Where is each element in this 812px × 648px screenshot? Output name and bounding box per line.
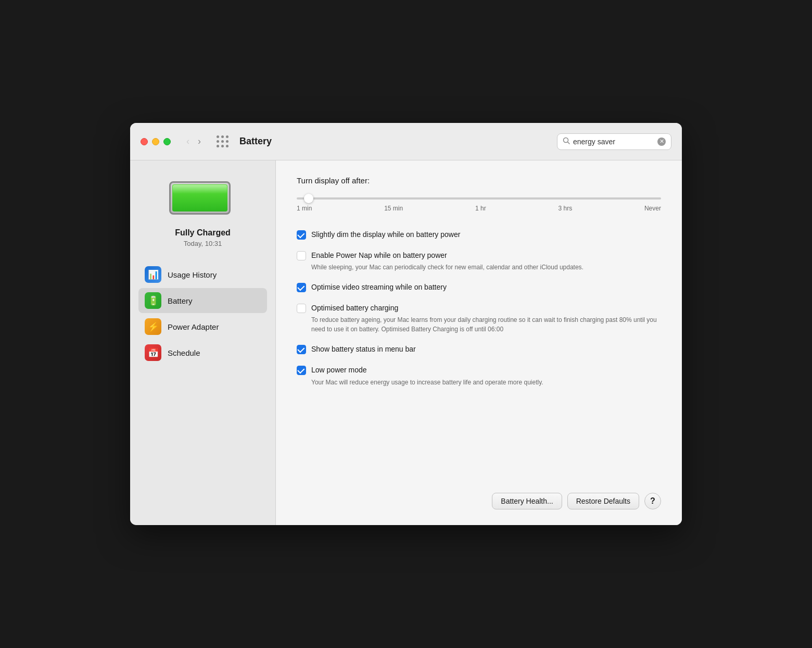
- battery-status-label: Fully Charged: [175, 228, 231, 238]
- optimised-charging-text: Optimised battery charging To reduce bat…: [311, 303, 661, 334]
- optimise-video-title: Optimise video streaming while on batter…: [311, 282, 661, 293]
- sidebar-item-usage-history[interactable]: 📊 Usage History: [138, 262, 267, 287]
- slider-label-3hrs: 3 hrs: [558, 205, 572, 212]
- low-power-desc: Your Mac will reduce energy usage to inc…: [311, 378, 661, 387]
- battery-body: [169, 181, 231, 215]
- sidebar: Fully Charged Today, 10:31 📊 Usage Histo…: [130, 160, 276, 525]
- optimised-charging-title: Optimised battery charging: [311, 303, 661, 314]
- schedule-icon: 📅: [145, 344, 161, 361]
- slider-label-15min: 15 min: [384, 205, 403, 212]
- show-battery-title: Show battery status in menu bar: [311, 344, 661, 355]
- bottom-bar: Battery Health... Restore Defaults ?: [297, 477, 661, 509]
- battery-cap: [230, 192, 231, 204]
- power-nap-desc: While sleeping, your Mac can periodicall…: [311, 263, 661, 272]
- window-title: Battery: [239, 136, 272, 147]
- power-nap-title: Enable Power Nap while on battery power: [311, 251, 661, 261]
- dim-display-text: Slightly dim the display while on batter…: [311, 230, 661, 240]
- traffic-lights: [141, 138, 171, 145]
- search-clear-button[interactable]: ✕: [657, 138, 666, 146]
- search-icon: [563, 137, 570, 146]
- sidebar-item-label: Schedule: [168, 348, 200, 357]
- low-power-text: Low power mode Your Mac will reduce ener…: [311, 365, 661, 387]
- power-nap-text: Enable Power Nap while on battery power …: [311, 251, 661, 272]
- battery-visual: [169, 181, 237, 218]
- battery-shine: [173, 185, 227, 194]
- back-button[interactable]: ‹: [183, 134, 193, 149]
- maximize-button[interactable]: [163, 138, 171, 145]
- battery-health-button[interactable]: Battery Health...: [492, 493, 562, 509]
- app-grid-icon[interactable]: [217, 135, 229, 148]
- display-off-section: Turn display off after: 1 min 15 min 1 h…: [297, 176, 661, 212]
- sidebar-item-schedule[interactable]: 📅 Schedule: [138, 340, 267, 365]
- close-button[interactable]: [141, 138, 148, 145]
- battery-nav-icon: 🔋: [145, 292, 161, 309]
- options-list: Slightly dim the display while on batter…: [297, 225, 661, 392]
- usage-history-icon: 📊: [145, 266, 161, 283]
- restore-defaults-button[interactable]: Restore Defaults: [567, 493, 639, 509]
- search-input[interactable]: [573, 138, 654, 146]
- option-row: Low power mode Your Mac will reduce ener…: [297, 360, 661, 392]
- sidebar-item-battery[interactable]: 🔋 Battery: [138, 288, 267, 313]
- optimised-charging-checkbox[interactable]: [297, 304, 306, 313]
- slider-label-never: Never: [644, 205, 661, 212]
- sidebar-item-label: Usage History: [168, 270, 217, 279]
- option-row: Enable Power Nap while on battery power …: [297, 245, 661, 278]
- optimised-charging-desc: To reduce battery ageing, your Mac learn…: [311, 315, 661, 334]
- show-battery-checkbox[interactable]: [297, 345, 306, 354]
- minimize-button[interactable]: [152, 138, 159, 145]
- right-panel: Turn display off after: 1 min 15 min 1 h…: [276, 160, 682, 525]
- display-off-slider[interactable]: [297, 197, 661, 200]
- titlebar: ‹ › Battery ✕: [130, 123, 682, 160]
- dim-display-title: Slightly dim the display while on batter…: [311, 230, 661, 240]
- option-row: Optimised battery charging To reduce bat…: [297, 298, 661, 340]
- power-adapter-icon: ⚡: [145, 318, 161, 335]
- battery-time-label: Today, 10:31: [184, 240, 222, 247]
- search-bar: ✕: [557, 133, 671, 150]
- dim-display-checkbox[interactable]: [297, 230, 306, 240]
- slider-label-1min: 1 min: [297, 205, 312, 212]
- battery-icon: [169, 181, 237, 218]
- sidebar-item-power-adapter[interactable]: ⚡ Power Adapter: [138, 314, 267, 339]
- sidebar-nav: 📊 Usage History 🔋 Battery ⚡ Power Adapte…: [138, 262, 267, 365]
- help-button[interactable]: ?: [644, 493, 661, 509]
- low-power-checkbox[interactable]: [297, 366, 306, 375]
- power-nap-checkbox[interactable]: [297, 251, 306, 260]
- forward-button[interactable]: ›: [195, 134, 204, 149]
- option-row: Show battery status in menu bar: [297, 339, 661, 360]
- sidebar-item-label: Battery: [168, 296, 193, 305]
- show-battery-text: Show battery status in menu bar: [311, 344, 661, 355]
- optimise-video-checkbox[interactable]: [297, 283, 306, 292]
- sidebar-item-label: Power Adapter: [168, 322, 219, 331]
- svg-line-1: [568, 142, 570, 144]
- nav-buttons: ‹ ›: [183, 134, 204, 149]
- optimise-video-text: Optimise video streaming while on batter…: [311, 282, 661, 293]
- slider-label: Turn display off after:: [297, 176, 661, 185]
- low-power-title: Low power mode: [311, 365, 661, 376]
- option-row: Slightly dim the display while on batter…: [297, 225, 661, 245]
- system-preferences-window: ‹ › Battery ✕: [130, 123, 682, 525]
- option-row: Optimise video streaming while on batter…: [297, 277, 661, 298]
- slider-labels: 1 min 15 min 1 hr 3 hrs Never: [297, 205, 661, 212]
- slider-label-1hr: 1 hr: [475, 205, 486, 212]
- main-content: Fully Charged Today, 10:31 📊 Usage Histo…: [130, 160, 682, 525]
